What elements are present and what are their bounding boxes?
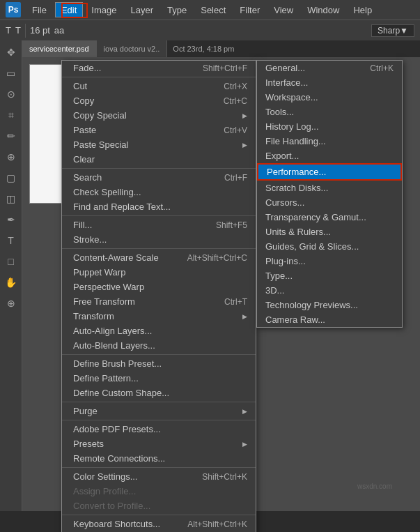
lasso-tool[interactable]: ⊙ (2, 85, 20, 103)
ps-logo: Ps (6, 2, 21, 17)
menu-convert-profile[interactable]: Convert to Profile... (62, 499, 256, 513)
tab-document2[interactable]: iova doctoru v2.. (97, 40, 168, 57)
menu-free-transform[interactable]: Free Transform Ctrl+T (62, 294, 256, 309)
separator (62, 215, 256, 216)
pref-interface[interactable]: Interface... (257, 75, 402, 90)
pref-tech-previews[interactable]: Technology Previews... (257, 298, 402, 312)
zoom-tool[interactable]: ⊕ (2, 294, 20, 312)
chevron-down-icon: ▼ (400, 26, 408, 36)
separator (62, 168, 256, 169)
type-tool[interactable]: T (2, 231, 20, 250)
pref-performance[interactable]: Performance... (257, 163, 402, 181)
menu-define-shape[interactable]: Define Custom Shape... (62, 386, 256, 400)
pref-history-log[interactable]: History Log... (257, 119, 402, 134)
pref-guides-grid[interactable]: Guides, Grid & Slices... (257, 239, 402, 254)
type-tool-label2: T (15, 25, 21, 36)
menu-paste[interactable]: Paste Ctrl+V (62, 123, 256, 137)
menu-define-pattern[interactable]: Define Pattern... (62, 371, 256, 386)
separator (62, 402, 256, 402)
menu-file[interactable]: File (26, 2, 52, 17)
pref-general[interactable]: General... Ctrl+K (257, 61, 402, 75)
toolbar-separator (25, 24, 26, 38)
crop-tool[interactable]: ⌗ (2, 106, 20, 124)
pref-scratch-disks[interactable]: Scratch Disks... (257, 181, 402, 195)
menu-copy-special[interactable]: Copy Special (62, 108, 256, 123)
shape-tool[interactable]: □ (2, 252, 20, 271)
pref-3d[interactable]: 3D... (257, 283, 402, 298)
sharp-selector[interactable]: Sharp ▼ (371, 24, 414, 37)
aa-label: aa (54, 25, 64, 36)
menu-search[interactable]: Search Ctrl+F (62, 170, 256, 185)
separator (62, 77, 256, 77)
menu-find-replace[interactable]: Find and Replace Text... (62, 199, 256, 214)
tab-document1[interactable]: servicecenter.psd (22, 40, 97, 57)
content-area: ✥ ▭ ⊙ ⌗ ✏ ⊕ ▢ ◫ ✒ T □ ✋ ⊕ servicecenter.… (0, 40, 420, 511)
font-size: 16 pt (30, 25, 50, 36)
menu-pdf-presets[interactable]: Adobe PDF Presets... (62, 422, 256, 436)
toolbar: T T 16 pt aa Sharp ▼ (0, 20, 420, 40)
hand-tool[interactable]: ✋ (2, 273, 20, 291)
menu-check-spelling[interactable]: Check Spelling... (62, 185, 256, 199)
clone-tool[interactable]: ⊕ (2, 148, 20, 166)
pref-workspace[interactable]: Workspace... (257, 90, 402, 105)
menu-view[interactable]: View (268, 2, 299, 17)
pref-cursors[interactable]: Cursors... (257, 195, 402, 210)
menu-filter[interactable]: Filter (234, 2, 265, 17)
menu-content-aware-scale[interactable]: Content-Aware Scale Alt+Shift+Ctrl+C (62, 250, 256, 265)
menu-layer[interactable]: Layer (125, 2, 160, 17)
menu-clear[interactable]: Clear (62, 152, 256, 167)
pref-camera-raw[interactable]: Camera Raw... (257, 312, 402, 327)
menu-cut[interactable]: Cut Ctrl+X (62, 79, 256, 93)
menu-define-brush[interactable]: Define Brush Preset... (62, 356, 256, 371)
move-tool[interactable]: ✥ (2, 43, 20, 61)
menu-stroke[interactable]: Stroke... (62, 232, 256, 247)
tab-date: Oct 23rd, 4:18 pm (167, 43, 240, 54)
separator (62, 420, 256, 420)
pref-export[interactable]: Export... (257, 149, 402, 163)
menu-fade[interactable]: Fade... Shift+Ctrl+F (62, 61, 256, 75)
menu-purge[interactable]: Purge (62, 404, 256, 418)
pen-tool[interactable]: ✒ (2, 211, 20, 229)
menu-copy[interactable]: Copy Ctrl+C (62, 93, 256, 108)
pref-tools[interactable]: Tools... (257, 105, 402, 119)
menu-fill[interactable]: Fill... Shift+F5 (62, 218, 256, 232)
pref-file-handling[interactable]: File Handling... (257, 134, 402, 149)
pref-type[interactable]: Type... (257, 268, 402, 283)
separator (62, 467, 256, 468)
menu-image[interactable]: Image (86, 2, 122, 17)
type-tool-label: T (6, 25, 11, 36)
menu-color-settings[interactable]: Color Settings... Shift+Ctrl+K (62, 469, 256, 484)
menu-window[interactable]: Window (302, 2, 345, 17)
menu-auto-blend[interactable]: Auto-Blend Layers... (62, 338, 256, 353)
brush-tool[interactable]: ✏ (2, 127, 20, 145)
left-sidebar: ✥ ▭ ⊙ ⌗ ✏ ⊕ ▢ ◫ ✒ T □ ✋ ⊕ (0, 40, 22, 511)
pref-plugins[interactable]: Plug-ins... (257, 254, 402, 268)
pref-transparency[interactable]: Transparency & Gamut... (257, 210, 402, 225)
menu-remote-connections[interactable]: Remote Connections... (62, 451, 256, 466)
edit-menu-dropdown: Fade... Shift+Ctrl+F Cut Ctrl+X Copy Ctr… (61, 60, 256, 532)
tab-bar: servicecenter.psd iova doctoru v2.. Oct … (22, 40, 420, 57)
pref-units-rulers[interactable]: Units & Rulers... (257, 225, 402, 239)
preferences-submenu: General... Ctrl+K Interface... Workspace… (256, 60, 403, 328)
separator (62, 354, 256, 355)
menu-paste-special[interactable]: Paste Special (62, 137, 256, 152)
select-tool[interactable]: ▭ (2, 64, 20, 82)
separator (62, 248, 256, 249)
menu-edit[interactable]: Edit (55, 2, 83, 17)
menu-transform[interactable]: Transform (62, 309, 256, 324)
menu-type[interactable]: Type (162, 2, 192, 17)
menu-help[interactable]: Help (348, 2, 378, 17)
menu-select[interactable]: Select (195, 2, 231, 17)
menu-presets[interactable]: Presets (62, 436, 256, 451)
menu-bar: Ps File Edit Image Layer Type Select Fil… (0, 0, 420, 20)
menu-puppet-warp[interactable]: Puppet Warp (62, 265, 256, 280)
menu-assign-profile[interactable]: Assign Profile... (62, 484, 256, 499)
eraser-tool[interactable]: ▢ (2, 169, 20, 187)
menu-auto-align[interactable]: Auto-Align Layers... (62, 324, 256, 338)
menu-perspective-warp[interactable]: Perspective Warp (62, 280, 256, 294)
menu-keyboard-shortcuts[interactable]: Keyboard Shortcuts... Alt+Shift+Ctrl+K (62, 517, 256, 531)
separator (62, 515, 256, 515)
gradient-tool[interactable]: ◫ (2, 190, 20, 208)
